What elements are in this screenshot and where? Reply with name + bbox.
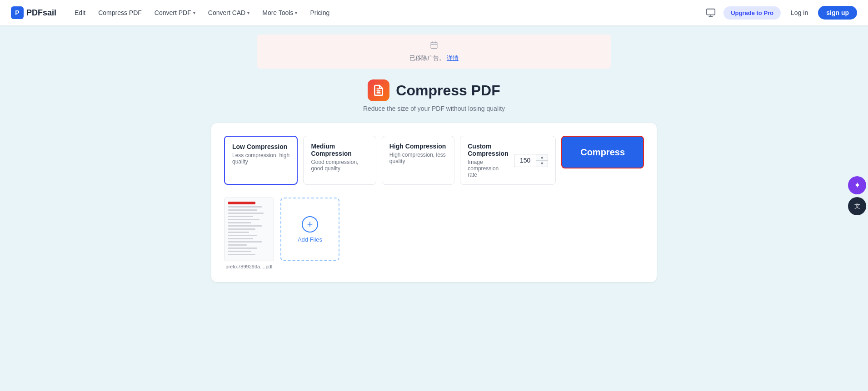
main-content: 已移除广告。 详情 Compress PDF Reduce the size o… [0,25,868,300]
high-compression-desc: High compression, less quality [389,152,447,164]
nav-item-compress[interactable]: Compress PDF [93,6,147,19]
high-compression-option[interactable]: High Compression High compression, less … [382,136,454,185]
custom-compression-left: Custom Compression Image compression rat… [468,143,509,178]
add-files-box[interactable]: + Add Files [280,198,339,261]
chevron-down-icon: ▾ [247,10,249,15]
files-row: prefix7899293a....pdf + Add Files [224,198,644,269]
compress-pdf-icon [368,79,389,101]
file-preview [224,198,274,261]
ai-assistant-button[interactable]: ✦ [848,176,866,194]
medium-compression-desc: Good compression, good quality [311,159,368,172]
ad-banner: 已移除广告。 详情 [257,35,611,69]
number-input-wrap: 150 ▲ ▼ [514,154,548,167]
custom-compression-desc: Image compression rate [468,159,509,178]
chevron-down-icon: ▾ [295,10,297,15]
floating-buttons: ✦ 文 [848,176,868,215]
high-compression-title: High Compression [389,143,447,150]
nav-item-more-tools[interactable]: More Tools ▾ [257,6,303,19]
logo[interactable]: P PDFsail [11,6,56,19]
svg-rect-3 [431,42,437,49]
low-compression-desc: Less compression, high quality [232,152,289,165]
compression-value: 150 [514,154,536,167]
nav-links: Edit Compress PDF Convert PDF ▾ Convert … [69,6,703,19]
compress-button[interactable]: Compress [561,136,644,168]
login-button[interactable]: Log in [785,6,813,20]
custom-compression-title: Custom Compression [468,143,509,157]
file-name: prefix7899293a....pdf [225,264,272,269]
navbar: P PDFsail Edit Compress PDF Convert PDF … [0,0,868,25]
decrement-button[interactable]: ▼ [536,161,548,167]
add-files-label: Add Files [298,236,322,243]
increment-button[interactable]: ▲ [536,154,548,161]
monitor-icon[interactable] [703,5,719,21]
compression-row: Low Compression Less compression, high q… [224,136,644,185]
page-subtitle: Reduce the size of your PDF without losi… [363,105,505,112]
page-title: Compress PDF [396,82,500,99]
ad-link[interactable]: 详情 [447,54,459,61]
low-compression-title: Low Compression [232,143,289,150]
ad-text: 已移除广告。 详情 [409,54,459,62]
low-compression-option[interactable]: Low Compression Less compression, high q… [224,136,298,185]
add-files-icon: + [302,216,318,233]
upgrade-button[interactable]: Upgrade to Pro [723,6,781,20]
medium-compression-title: Medium Compression [311,143,368,157]
number-controls: ▲ ▼ [536,154,548,167]
translate-button[interactable]: 文 [848,197,866,215]
custom-compression-option[interactable]: Custom Compression Image compression rat… [460,136,556,185]
page-header: Compress PDF Reduce the size of your PDF… [363,79,505,112]
svg-rect-0 [707,9,715,15]
calendar-icon [430,41,438,51]
page-header-title-row: Compress PDF [368,79,500,101]
medium-compression-option[interactable]: Medium Compression Good compression, goo… [303,136,376,185]
chevron-down-icon: ▾ [193,10,195,15]
nav-item-convert-pdf[interactable]: Convert PDF ▾ [149,6,201,19]
nav-actions: Upgrade to Pro Log in sign up [703,5,857,21]
signup-button[interactable]: sign up [818,6,857,20]
logo-icon: P [11,6,24,19]
file-thumb: prefix7899293a....pdf [224,198,274,269]
nav-item-pricing[interactable]: Pricing [304,6,335,19]
main-card: Low Compression Less compression, high q… [211,123,657,282]
nav-item-convert-cad[interactable]: Convert CAD ▾ [203,6,255,19]
logo-text: PDFsail [26,8,56,18]
nav-item-edit[interactable]: Edit [69,6,91,19]
